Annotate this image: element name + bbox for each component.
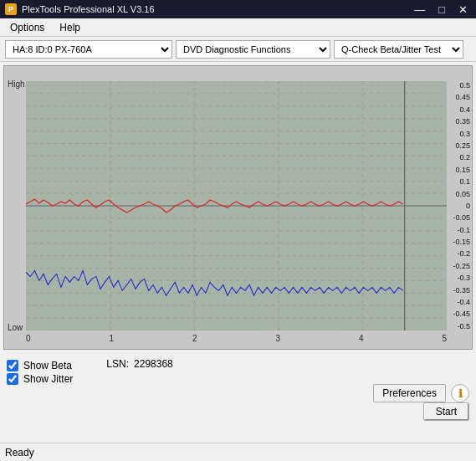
lsn-label: LSN: <box>106 358 129 370</box>
start-button[interactable]: Start <box>423 402 469 421</box>
function-select[interactable]: DVD Diagnostic Functions <box>176 40 330 59</box>
window-title: PlexTools Professional XL V3.16 <box>22 4 155 14</box>
chart-container: High Low 0.5 0.45 0.4 0.35 0.3 0.25 0.2 … <box>3 65 473 350</box>
status-bar: Ready <box>0 443 476 461</box>
show-jitter-label: Show Jitter <box>23 373 73 385</box>
menu-bar: Options Help <box>0 18 476 37</box>
lsn-group: LSN: 2298368 <box>106 356 172 370</box>
chart-svg <box>26 81 447 330</box>
show-beta-item: Show Beta <box>7 360 73 371</box>
menu-help[interactable]: Help <box>53 20 87 35</box>
status-text: Ready <box>5 447 34 458</box>
title-bar: P PlexTools Professional XL V3.16 — □ ✕ <box>0 0 476 18</box>
y-label-high: High <box>8 79 25 89</box>
test-select[interactable]: Q-Check Beta/Jitter Test <box>334 40 463 59</box>
preferences-button[interactable]: Preferences <box>373 384 446 402</box>
toolbar: HA:8 ID:0 PX-760A DVD Diagnostic Functio… <box>0 37 476 62</box>
minimize-button[interactable]: — <box>411 4 428 15</box>
menu-options[interactable]: Options <box>3 20 51 35</box>
lsn-value: 2298368 <box>134 358 173 370</box>
drive-select[interactable]: HA:8 ID:0 PX-760A <box>5 40 172 59</box>
show-beta-checkbox[interactable] <box>7 360 18 371</box>
show-jitter-checkbox[interactable] <box>7 373 18 385</box>
window-controls: — □ ✕ <box>411 4 471 15</box>
action-buttons-row: Start <box>423 402 469 421</box>
y-axis-right: 0.5 0.45 0.4 0.35 0.3 0.25 0.2 0.15 0.1 … <box>447 81 470 330</box>
y-label-low: Low <box>8 323 23 332</box>
x-axis-labels: 0 1 2 3 4 5 <box>26 332 447 349</box>
show-beta-label: Show Beta <box>23 360 72 371</box>
controls-row: Show Beta Show Jitter LSN: 2298368 <box>0 350 476 385</box>
maximize-button[interactable]: □ <box>435 4 448 15</box>
info-button[interactable]: ℹ <box>451 384 469 402</box>
bottom-panel: Show Beta Show Jitter LSN: 2298368 Prefe… <box>0 350 476 446</box>
checkbox-group: Show Beta Show Jitter <box>7 360 73 385</box>
chart-plot-area <box>26 81 447 330</box>
app-icon: P <box>5 3 17 15</box>
close-button[interactable]: ✕ <box>455 4 471 15</box>
prefs-row: Preferences ℹ <box>373 384 469 402</box>
show-jitter-item: Show Jitter <box>7 373 73 385</box>
